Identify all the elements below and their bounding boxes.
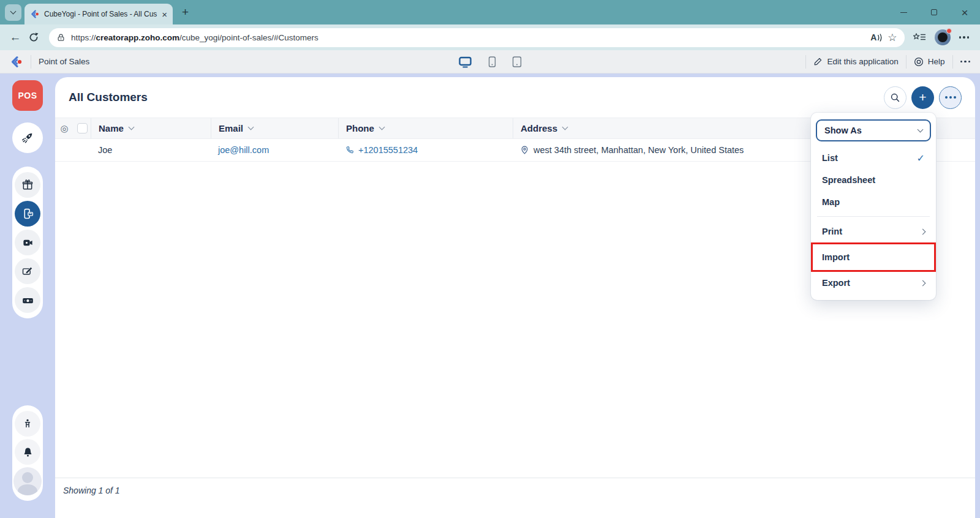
bell-icon [22,446,34,458]
chevron-right-icon [920,280,926,286]
favorite-star-icon[interactable]: ☆ [888,31,897,44]
menu-item-export[interactable]: Export [811,272,936,294]
new-tab-button[interactable]: + [182,6,189,19]
chevron-down-icon [562,124,568,130]
accessibility-icon [22,418,33,429]
url-text[interactable]: https://creatorapp.zoho.com/cube_yogi/po… [71,33,865,42]
pos-device-icon [21,208,34,220]
gift-icon [21,179,34,191]
row-checkbox-cell [74,139,91,161]
select-all-checkbox[interactable] [74,118,91,138]
help-button[interactable]: Help [914,57,945,67]
search-icon [890,92,900,103]
user-avatar[interactable] [13,467,42,495]
favorites-bar-icon[interactable] [913,33,926,42]
app-logo[interactable]: POS [12,80,43,111]
panel-footer: Showing 1 of 1 [55,478,975,518]
sidebar-item-feedback[interactable] [15,258,40,284]
device-preview-switcher [459,50,522,73]
app-title: Point of Sales [39,57,89,66]
record-count: Showing 1 of 1 [63,486,120,495]
app-more-menu-icon[interactable] [960,61,971,63]
edit-application-button[interactable]: Edit this application [813,57,898,66]
phone-icon [345,146,354,154]
check-icon: ✓ [917,152,925,164]
notification-badge [946,28,952,34]
cell-phone[interactable]: +12015551234 [338,145,513,155]
chevron-right-icon [920,228,926,235]
left-sidebar: POS [0,73,55,518]
rocket-icon [21,131,34,145]
browser-tab[interactable]: CubeYogi - Point of Sales - All Cus × [24,4,173,24]
lock-icon[interactable] [56,33,66,42]
checkbox-icon [77,123,88,133]
add-record-button[interactable]: + [911,86,934,109]
address-bar[interactable]: https://creatorapp.zoho.com/cube_yogi/po… [49,28,905,47]
record-view-column[interactable]: ◎ [55,118,74,138]
phone-view-icon[interactable] [489,56,496,67]
app-header: Point of Sales Edit this [0,50,980,73]
sidebar-item-getting-started[interactable] [12,122,43,153]
sidebar-item-payments[interactable] [15,287,40,313]
menu-item-print[interactable]: Print [811,220,936,242]
location-pin-icon [520,145,529,155]
divider [31,55,31,69]
chevron-down-icon [379,124,385,130]
cell-email[interactable]: joe@hill.com [211,145,338,155]
sidebar-item-point-of-sales[interactable] [15,201,40,227]
sidebar-item-offers[interactable] [15,172,40,198]
column-header-name[interactable]: Name [91,118,211,138]
restore-button[interactable] [919,0,949,24]
close-button[interactable]: × [949,0,980,24]
menu-item-spreadsheet[interactable]: Spreadsheet [811,169,936,191]
column-header-email[interactable]: Email [211,118,338,138]
tablet-view-icon[interactable] [513,56,522,67]
browser-profile-avatar[interactable] [935,29,951,45]
cell-name[interactable]: Joe [91,145,211,155]
browser-toolbar: ← https://creatorapp.zoho.com/cube_yogi/… [0,24,980,50]
divider [805,55,806,69]
sidebar-tools [12,167,43,318]
refresh-button[interactable] [28,32,44,43]
app-header-actions: Edit this application Help [798,55,970,69]
restore-icon [931,9,937,15]
sidebar-item-media[interactable] [15,230,40,255]
help-lifebuoy-icon [914,57,924,67]
tab-search-button[interactable] [5,4,21,21]
close-icon: × [961,7,968,18]
back-button[interactable]: ← [7,31,23,44]
menu-item-map[interactable]: Map [811,191,936,213]
browser-menu-icon[interactable] [959,36,970,39]
read-aloud-icon[interactable]: A [870,32,882,42]
page-title: All Customers [69,91,148,104]
sidebar-bottom [12,405,43,501]
zoho-creator-logo-icon[interactable] [10,55,23,69]
column-header-phone[interactable]: Phone [338,118,513,138]
plus-icon: + [919,90,926,105]
desktop-view-icon[interactable] [459,56,472,68]
pencil-icon [813,57,823,66]
minimize-button[interactable] [888,0,919,24]
camera-icon [22,237,34,249]
zoho-creator-favicon-icon [30,9,40,19]
money-icon [21,294,34,307]
chevron-down-icon [10,9,17,15]
tab-close-icon[interactable]: × [162,10,167,19]
tab-title: CubeYogi - Point of Sales - All Cus [44,10,157,18]
header-actions: + [884,86,962,109]
more-options-button[interactable] [939,86,962,109]
window-controls: × [888,0,980,24]
accessibility-button[interactable] [15,411,40,437]
more-options-menu: Show As List ✓ Spreadsheet Map Print Imp… [811,113,936,300]
search-button[interactable] [884,86,907,109]
record-eye-icon: ◎ [60,123,68,134]
edit-note-icon [21,265,34,277]
divider [952,55,953,69]
browser-titlebar: CubeYogi - Point of Sales - All Cus × + … [0,0,980,24]
row-hover-cell [55,139,74,161]
chevron-down-icon [248,124,254,130]
notifications-button[interactable] [15,439,40,465]
show-as-select[interactable]: Show As [816,119,931,141]
menu-item-import-highlighted[interactable]: Import [811,242,936,272]
menu-item-list[interactable]: List ✓ [811,147,936,169]
